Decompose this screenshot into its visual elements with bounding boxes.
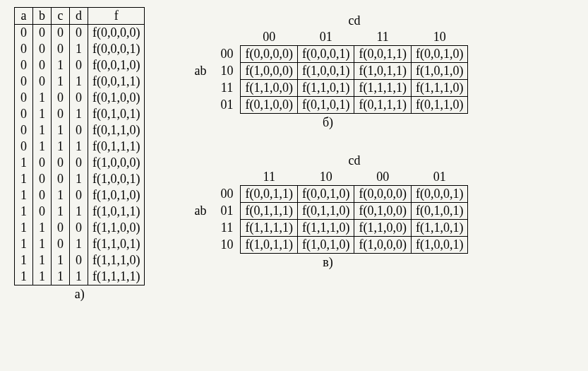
kmap-cell: f(1,1,1,1): [354, 80, 411, 97]
kmap-cell: f(0,1,0,0): [354, 203, 411, 220]
truth-table-cell: 0: [33, 204, 52, 220]
kmap-v-block: cd1110000100f(0,0,1,1)f(0,0,1,0)f(0,0,0,…: [187, 153, 468, 270]
truth-table-cell: 0: [52, 171, 70, 187]
truth-table-cell: 1: [15, 236, 33, 252]
truth-table-cell: 0: [15, 25, 33, 42]
kmap-col-header: 01: [297, 29, 354, 46]
kmap-cell: f(0,1,0,1): [411, 203, 467, 220]
truth-table-cell: 0: [15, 90, 33, 106]
truth-table-cell: 1: [15, 171, 33, 187]
truth-table-cell: 1: [33, 236, 52, 252]
kmap-col-header: 01: [411, 169, 467, 186]
kmap-cell: f(1,1,0,0): [354, 220, 411, 237]
kmap-row-header: 00: [213, 46, 241, 63]
kmap-col-header: 10: [297, 169, 354, 186]
kmap-cell: f(1,0,1,1): [241, 237, 297, 254]
kmap-b-block: cd0001111000f(0,0,0,0)f(0,0,0,1)f(0,0,1,…: [187, 13, 468, 130]
kmap-cell: f(0,1,1,0): [297, 203, 354, 220]
kmap-cell: f(0,1,0,0): [241, 97, 297, 114]
truth-table-fcell: f(1,1,1,0): [88, 252, 145, 269]
truth-table-cell: 1: [33, 139, 52, 155]
truth-table-cell: 1: [33, 90, 52, 106]
truth-table-fcell: f(1,0,1,1): [88, 204, 145, 220]
kmap-cd-label: cd: [241, 153, 468, 169]
truth-table-cell: 1: [33, 269, 52, 285]
truth-table-fcell: f(0,0,0,1): [88, 41, 145, 57]
col-header-d: d: [70, 8, 88, 25]
kmap-row-header: 01: [213, 97, 241, 114]
kmap-cell: f(1,0,1,0): [297, 237, 354, 254]
truth-table-cell: 1: [33, 252, 52, 269]
truth-table-cell: 0: [15, 73, 33, 90]
truth-table-cell: 0: [52, 220, 70, 236]
truth-table-cell: 0: [15, 122, 33, 139]
truth-table-cell: 0: [33, 41, 52, 57]
kmap-row-header: 10: [213, 237, 241, 254]
kmap-cell: f(1,0,1,1): [354, 63, 411, 80]
truth-table-cell: 1: [33, 106, 52, 122]
truth-table-cell: 0: [70, 25, 88, 42]
kmap-ab-label: ab: [187, 63, 213, 80]
truth-table-fcell: f(0,1,1,0): [88, 122, 145, 139]
truth-table-fcell: f(0,0,1,1): [88, 73, 145, 90]
truth-table-cell: 1: [70, 106, 88, 122]
kmap-cell: f(0,1,0,1): [297, 97, 354, 114]
kmap-cell: f(1,1,0,1): [411, 220, 467, 237]
kmap-cell: f(1,0,0,1): [411, 237, 467, 254]
kmap-cell: f(1,1,1,1): [241, 220, 297, 237]
truth-table-cell: 1: [33, 220, 52, 236]
truth-table-cell: 1: [33, 122, 52, 139]
truth-table-fcell: f(0,1,0,1): [88, 106, 145, 122]
truth-table-cell: 1: [52, 57, 70, 73]
kmap-v-caption: в): [187, 255, 468, 270]
truth-table-cell: 0: [70, 220, 88, 236]
kmap-cell: f(0,0,0,1): [411, 186, 467, 203]
kmap-cell: f(1,0,0,1): [297, 63, 354, 80]
truth-table-cell: 1: [70, 269, 88, 285]
truth-table-cell: 1: [70, 73, 88, 90]
kmap-cell: f(0,0,0,0): [241, 46, 297, 63]
truth-table-cell: 1: [70, 236, 88, 252]
truth-table-cell: 0: [70, 122, 88, 139]
kmap-row-header: 01: [213, 203, 241, 220]
truth-table-fcell: f(0,1,1,1): [88, 139, 145, 155]
truth-table: a b c d f 0000f(0,0,0,0)0001f(0,0,0,1)00…: [14, 7, 145, 285]
truth-table-cell: 1: [70, 139, 88, 155]
kmap-cell: f(0,1,1,1): [354, 97, 411, 114]
truth-table-cell: 1: [15, 220, 33, 236]
kmap-cd-label: cd: [241, 13, 468, 29]
truth-table-cell: 1: [15, 269, 33, 285]
kmap-cell: f(1,1,0,0): [241, 80, 297, 97]
truth-table-cell: 0: [52, 41, 70, 57]
truth-table-cell: 1: [52, 139, 70, 155]
truth-table-cell: 1: [15, 187, 33, 204]
kmap-cell: f(1,1,0,1): [297, 80, 354, 97]
truth-table-cell: 0: [15, 57, 33, 73]
truth-table-fcell: f(0,1,0,0): [88, 90, 145, 106]
kmap-row-header: 11: [213, 80, 241, 97]
truth-table-fcell: f(0,0,0,0): [88, 25, 145, 42]
col-header-b: b: [33, 8, 52, 25]
truth-table-fcell: f(1,1,0,0): [88, 220, 145, 236]
truth-table-cell: 0: [70, 187, 88, 204]
kmap-cell: f(1,0,1,0): [411, 63, 467, 80]
truth-table-cell: 1: [70, 171, 88, 187]
kmap-v: cd1110000100f(0,0,1,1)f(0,0,1,0)f(0,0,0,…: [187, 153, 468, 254]
truth-table-cell: 1: [52, 122, 70, 139]
kmap-cell: f(0,0,0,0): [354, 186, 411, 203]
truth-table-cell: 0: [52, 25, 70, 42]
truth-table-caption: а): [14, 285, 145, 302]
kmap-col-header: 10: [411, 29, 467, 46]
kmap-row-header: 11: [213, 220, 241, 237]
truth-table-cell: 0: [70, 90, 88, 106]
kmap-row-header: 10: [213, 63, 241, 80]
truth-table-cell: 1: [52, 252, 70, 269]
col-header-a: a: [15, 8, 33, 25]
truth-table-cell: 0: [33, 171, 52, 187]
truth-table-cell: 1: [70, 204, 88, 220]
kmap-cell: f(1,1,1,0): [411, 80, 467, 97]
kmap-cell: f(1,0,0,0): [241, 63, 297, 80]
truth-table-cell: 0: [15, 41, 33, 57]
kmap-col-header: 11: [354, 29, 411, 46]
kmap-cell: f(1,0,0,0): [354, 237, 411, 254]
